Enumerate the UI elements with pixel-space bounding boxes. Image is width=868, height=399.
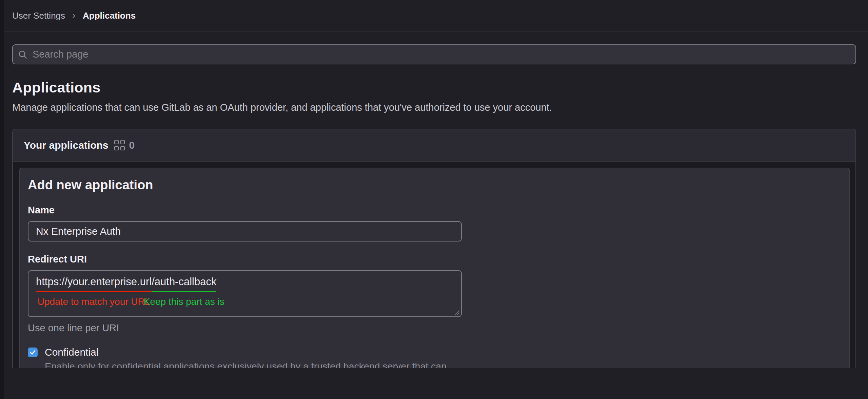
page-description: Manage applications that can use GitLab … xyxy=(12,102,856,113)
chevron-right-icon xyxy=(71,13,77,19)
applications-count-badge: 0 xyxy=(129,140,135,151)
breadcrumb-user-settings-link[interactable]: User Settings xyxy=(12,10,65,21)
breadcrumb-current-page: Applications xyxy=(83,10,136,21)
search-input[interactable] xyxy=(12,44,856,64)
confidential-checkbox[interactable] xyxy=(28,348,38,357)
uri-callback-text: /auth-callback xyxy=(152,276,216,292)
your-applications-title: Your applications xyxy=(24,140,108,151)
your-applications-panel: Your applications 0 Add new application … xyxy=(12,129,856,368)
uri-part-callback: /auth-callback Keep this part as is xyxy=(152,276,216,292)
page-title: Applications xyxy=(12,79,856,96)
uri-host-text: https://your.enterprise.url xyxy=(36,276,152,292)
redirect-uri-value: https://your.enterprise.url Update to ma… xyxy=(36,276,461,292)
redirect-uri-textarea[interactable]: https://your.enterprise.url Update to ma… xyxy=(28,270,462,317)
page-search xyxy=(12,44,856,64)
confidential-row: Confidential xyxy=(28,346,841,358)
your-applications-body: Add new application Name Redirect URI ht… xyxy=(13,162,855,368)
confidential-help-text: Enable only for confidential application… xyxy=(45,361,469,368)
your-applications-header: Your applications 0 xyxy=(13,129,855,162)
redirect-uri-help: Use one line per URI xyxy=(28,322,841,334)
redirect-uri-label: Redirect URI xyxy=(28,254,841,265)
confidential-label[interactable]: Confidential xyxy=(45,346,98,358)
textarea-resize-handle[interactable] xyxy=(453,309,460,315)
apps-grid-icon xyxy=(114,140,125,150)
add-new-application-card: Add new application Name Redirect URI ht… xyxy=(19,168,850,368)
name-field-label: Name xyxy=(28,205,841,216)
uri-green-annotation: Keep this part as is xyxy=(144,296,224,307)
add-new-application-title: Add new application xyxy=(28,178,841,192)
uri-part-host: https://your.enterprise.url Update to ma… xyxy=(36,276,152,292)
application-name-input[interactable] xyxy=(28,221,462,241)
breadcrumb: User Settings Applications xyxy=(0,0,868,32)
uri-red-annotation: Update to match your URL xyxy=(38,296,150,307)
checkmark-icon xyxy=(29,349,36,356)
window-left-edge xyxy=(0,0,4,399)
